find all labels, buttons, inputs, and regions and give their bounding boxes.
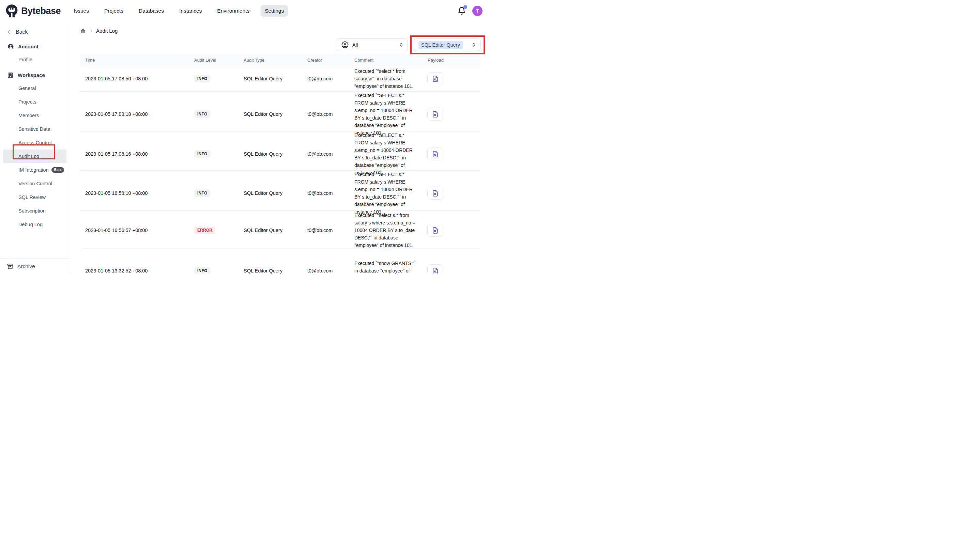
- sidebar-item-archive[interactable]: Archive: [0, 259, 70, 274]
- home-icon[interactable]: [80, 28, 86, 34]
- sidebar-item-projects[interactable]: Projects: [0, 95, 70, 109]
- cell-audit-type: SQL Editor Query: [239, 76, 302, 81]
- cell-audit-type: SQL Editor Query: [239, 227, 302, 233]
- audit-log-table: Time Audit Level Audit Type Creator Comm…: [80, 54, 480, 274]
- breadcrumb: Audit Log: [80, 28, 118, 34]
- cell-comment: Executed `"SELECT s.* FROM salary s WHER…: [349, 171, 421, 216]
- sidebar-item-general[interactable]: General: [0, 81, 70, 95]
- notification-dot: [463, 5, 467, 9]
- table-row: 2023-01-05 17:08:16 +08:00 INFO SQL Edit…: [80, 132, 480, 171]
- sidebar-item-label: Audit Log: [18, 154, 39, 159]
- audit-level-badge: INFO: [194, 110, 210, 118]
- sidebar-item-version-control[interactable]: Version Control: [0, 177, 70, 191]
- cell-time: 2023-01-05 13:32:52 +08:00: [80, 268, 189, 274]
- nav-projects[interactable]: Projects: [100, 5, 127, 17]
- sidebar-item-label: SQL Review: [18, 194, 46, 200]
- cell-audit-type: SQL Editor Query: [239, 151, 302, 157]
- bytebase-logo[interactable]: Bytebase: [5, 4, 60, 18]
- sidebar-section-account: Account: [0, 40, 70, 53]
- table-row: 2023-01-05 13:32:52 +08:00 INFO SQL Edit…: [80, 250, 480, 274]
- audit-level-badge: INFO: [194, 189, 210, 197]
- cell-comment: Executed `"show GRANTS;"` in database "e…: [349, 259, 421, 274]
- bytebase-logo-icon: [5, 4, 18, 18]
- cell-audit-type: SQL Editor Query: [239, 191, 302, 196]
- sidebar-item-subscription[interactable]: Subscription: [0, 204, 70, 218]
- table-row: 2023-01-05 16:56:57 +08:00 ERROR SQL Edi…: [80, 210, 480, 250]
- payload-view-button[interactable]: [427, 72, 443, 85]
- back-button[interactable]: Back: [0, 26, 70, 38]
- cell-audit-type: SQL Editor Query: [239, 268, 302, 274]
- sidebar-item-members[interactable]: Members: [0, 109, 70, 122]
- payload-view-button[interactable]: [427, 264, 443, 274]
- sidebar-item-label: IM Integration: [18, 167, 49, 173]
- user-icon: [8, 43, 14, 50]
- sidebar-item-label: Subscription: [18, 208, 46, 213]
- audit-level-badge: INFO: [194, 150, 210, 158]
- breadcrumb-page-title: Audit Log: [96, 28, 118, 34]
- cell-creator: t0@bb.com: [302, 268, 349, 274]
- cell-time: 2023-01-05 16:58:10 +08:00: [80, 191, 189, 196]
- audit-level-badge: ERROR: [194, 226, 215, 234]
- chevron-up-down-icon: [398, 42, 404, 48]
- sidebar-item-label: Version Control: [18, 181, 52, 186]
- cell-comment: Executed `"select * from salary;\n"` in …: [349, 67, 421, 90]
- table-header: Time Audit Level Audit Type Creator Comm…: [80, 54, 480, 66]
- payload-view-button[interactable]: [427, 148, 443, 161]
- audit-level-badge: INFO: [194, 75, 210, 83]
- back-label: Back: [16, 29, 28, 35]
- nav-instances[interactable]: Instances: [175, 5, 206, 17]
- main-nav: Issues Projects Databases Instances Envi…: [70, 5, 288, 17]
- avatar[interactable]: T: [472, 6, 482, 16]
- sidebar-item-debug-log[interactable]: Debug Log: [0, 218, 70, 231]
- cell-creator: t0@bb.com: [302, 227, 349, 233]
- table-row: 2023-01-05 17:08:18 +08:00 INFO SQL Edit…: [80, 92, 480, 132]
- sidebar-item-audit-log[interactable]: Audit Log: [3, 149, 67, 163]
- cell-creator: t0@bb.com: [302, 111, 349, 117]
- creator-filter-dropdown[interactable]: All: [337, 38, 408, 51]
- cell-comment: Executed `"SELECT s.* FROM salary s WHER…: [349, 132, 421, 177]
- sidebar-item-access-control[interactable]: Access Control: [0, 136, 70, 149]
- building-icon: [8, 72, 14, 78]
- payload-view-button[interactable]: [427, 187, 443, 200]
- cell-audit-type: SQL Editor Query: [239, 111, 302, 117]
- chevron-up-down-icon: [471, 42, 477, 48]
- cell-time: 2023-01-05 17:08:50 +08:00: [80, 76, 189, 81]
- sidebar-section-label: Workspace: [18, 72, 45, 78]
- payload-view-button[interactable]: [427, 224, 443, 237]
- audit-log-page: Audit Log All SQL Editor Query Time Audi…: [70, 22, 490, 274]
- sidebar-item-profile[interactable]: Profile: [0, 53, 70, 67]
- col-header-audit-type: Audit Type: [239, 57, 302, 63]
- sidebar-item-label: Access Control: [18, 140, 52, 145]
- nav-issues[interactable]: Issues: [70, 5, 93, 17]
- sidebar-item-label: Sensitive Data: [18, 126, 51, 132]
- sidebar-item-label: Archive: [18, 263, 35, 269]
- sidebar-item-label: Debug Log: [18, 222, 43, 227]
- top-navigation: Bytebase Issues Projects Databases Insta…: [0, 0, 490, 22]
- sidebar-item-im-integration[interactable]: IM Integration Beta: [0, 163, 70, 177]
- nav-environments[interactable]: Environments: [213, 5, 253, 17]
- sidebar-item-label: General: [18, 86, 36, 91]
- user-circle-icon: [341, 41, 349, 49]
- col-header-audit-level: Audit Level: [189, 57, 239, 63]
- col-header-payload: Payload: [421, 57, 480, 63]
- audit-type-filter-dropdown[interactable]: SQL Editor Query: [414, 38, 480, 51]
- chevron-right-icon: [89, 29, 93, 33]
- table-row: 2023-01-05 16:58:10 +08:00 INFO SQL Edit…: [80, 171, 480, 210]
- table-row: 2023-01-05 17:08:50 +08:00 INFO SQL Edit…: [80, 66, 480, 92]
- cell-comment: Executed `"SELECT s.* FROM salary s WHER…: [349, 92, 421, 137]
- nav-databases[interactable]: Databases: [135, 5, 168, 17]
- col-header-creator: Creator: [302, 57, 349, 63]
- sidebar-item-label: Members: [18, 113, 39, 118]
- nav-settings[interactable]: Settings: [261, 5, 288, 17]
- cell-creator: t0@bb.com: [302, 151, 349, 157]
- cell-time: 2023-01-05 16:56:57 +08:00: [80, 227, 189, 233]
- chevron-left-icon: [6, 29, 12, 35]
- settings-sidebar: Back Account Profile Workspace General P…: [0, 22, 70, 274]
- notification-bell-icon[interactable]: [457, 6, 466, 15]
- sidebar-item-sensitive-data[interactable]: Sensitive Data: [0, 122, 70, 136]
- sidebar-item-label: Projects: [18, 99, 36, 105]
- payload-view-button[interactable]: [427, 108, 443, 121]
- col-header-comment: Comment: [349, 57, 421, 63]
- col-header-time: Time: [80, 57, 189, 63]
- sidebar-item-sql-review[interactable]: SQL Review: [0, 191, 70, 204]
